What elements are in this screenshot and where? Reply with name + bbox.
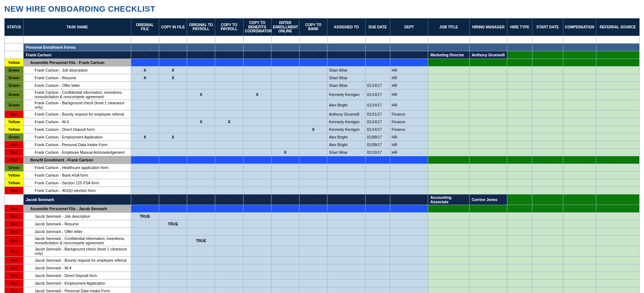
due-date-cell[interactable] [365,256,390,264]
dept-cell[interactable] [390,179,428,186]
info-cell[interactable] [428,220,470,228]
column-header[interactable]: ORIGINAL TO PAYROLL [187,19,215,36]
table-row[interactable]: YellowAssemble Personnel File - Frank Ca… [5,59,640,66]
check-cell[interactable] [215,66,243,74]
info-cell[interactable] [428,125,470,133]
check-cell[interactable] [271,246,299,256]
table-row[interactable]: GreenFrank Carlson - Confidential inform… [5,89,640,100]
check-cell[interactable] [187,256,215,264]
task-name-cell[interactable]: Frank Carlson - 401(k) election form [24,186,131,194]
info-cell[interactable] [596,246,639,256]
check-cell[interactable] [243,246,271,256]
info-cell[interactable] [532,148,563,156]
info-cell[interactable] [563,220,596,228]
status-cell[interactable]: Green [5,100,24,110]
check-cell[interactable] [131,279,159,287]
info-cell[interactable] [563,141,596,148]
info-cell[interactable] [532,272,563,279]
check-cell[interactable] [131,148,159,156]
info-cell[interactable] [596,89,639,100]
check-cell[interactable] [131,100,159,110]
check-cell[interactable] [215,74,243,81]
dept-cell[interactable] [390,272,428,279]
dept-cell[interactable]: HR [390,100,428,110]
info-cell[interactable] [469,256,507,264]
task-name-cell[interactable]: Jacob Senmark - Direct Deposit form [24,272,131,279]
due-date-cell[interactable] [365,228,390,235]
table-row[interactable]: RedFrank Carlson - Personal Data Intake … [5,141,640,148]
info-cell[interactable] [596,264,639,272]
info-cell[interactable] [596,287,639,293]
info-cell[interactable] [596,164,639,171]
info-cell[interactable] [532,118,563,125]
table-row[interactable]: RedFrank Carlson - Bounty request for em… [5,110,640,118]
table-row[interactable]: RedJacob Senmark - Direct Deposit form [5,272,640,279]
due-date-cell[interactable] [365,74,390,81]
check-cell[interactable] [159,179,187,186]
info-cell[interactable] [596,133,639,141]
check-cell[interactable] [243,235,271,246]
info-cell[interactable] [469,100,507,110]
status-cell[interactable]: Yellow [5,179,24,186]
status-cell[interactable]: Yellow [5,171,24,179]
due-date-cell[interactable] [365,287,390,293]
info-cell[interactable] [428,118,470,125]
info-cell[interactable] [563,66,596,74]
info-cell[interactable] [428,66,470,74]
check-cell[interactable] [299,133,327,141]
check-cell[interactable] [215,279,243,287]
info-cell[interactable] [507,81,532,89]
check-cell[interactable] [215,125,243,133]
table-row[interactable]: RedJacob Senmark - W-4 [5,264,640,272]
info-cell[interactable] [532,89,563,100]
check-cell[interactable] [271,125,299,133]
check-cell[interactable] [299,212,327,220]
dept-cell[interactable] [390,235,428,246]
check-cell[interactable] [159,125,187,133]
info-cell[interactable] [532,220,563,228]
assigned-to-cell[interactable]: Kennedy Kerrigan [327,125,366,133]
check-cell[interactable] [215,235,243,246]
assigned-to-cell[interactable]: Shari Wise [327,148,366,156]
check-cell[interactable] [159,287,187,293]
info-cell[interactable] [563,186,596,194]
due-date-cell[interactable] [365,66,390,74]
info-cell[interactable] [469,148,507,156]
info-cell[interactable] [563,133,596,141]
check-cell[interactable] [215,246,243,256]
check-cell[interactable] [271,272,299,279]
info-cell[interactable] [507,74,532,81]
info-cell[interactable] [563,179,596,186]
info-cell[interactable] [507,66,532,74]
info-cell[interactable] [428,212,470,220]
task-name-cell[interactable]: Frank Carlson - Confidential information… [24,89,131,100]
check-cell[interactable]: X [131,133,159,141]
column-header[interactable]: JOB TITLE [428,19,470,36]
check-cell[interactable] [159,279,187,287]
dept-cell[interactable]: HR [390,74,428,81]
check-cell[interactable] [271,74,299,81]
status-cell[interactable]: Red [5,212,24,220]
check-cell[interactable] [131,220,159,228]
check-cell[interactable] [187,74,215,81]
status-cell[interactable]: Red [5,228,24,235]
check-cell[interactable] [159,81,187,89]
info-cell[interactable] [428,186,470,194]
info-cell[interactable] [428,141,470,148]
assigned-to-cell[interactable] [327,220,366,228]
table-row[interactable]: YellowFrank Carlson - Section 125 FSA fo… [5,179,640,186]
dept-cell[interactable] [390,256,428,264]
check-cell[interactable] [131,118,159,125]
status-cell[interactable]: Green [5,66,24,74]
check-cell[interactable] [299,272,327,279]
check-cell[interactable] [299,110,327,118]
table-row[interactable]: Frank Carlson-------Marketing DirectorAn… [5,51,640,59]
info-cell[interactable] [469,118,507,125]
info-cell[interactable] [596,186,639,194]
check-cell[interactable] [243,110,271,118]
info-cell[interactable] [469,235,507,246]
status-cell[interactable]: Yellow [5,118,24,125]
status-cell[interactable]: Red [5,148,24,156]
assigned-to-cell[interactable]: Shari Wise [327,81,366,89]
table-row[interactable]: GreenFrank Carlson - Healthcare applicat… [5,164,640,171]
